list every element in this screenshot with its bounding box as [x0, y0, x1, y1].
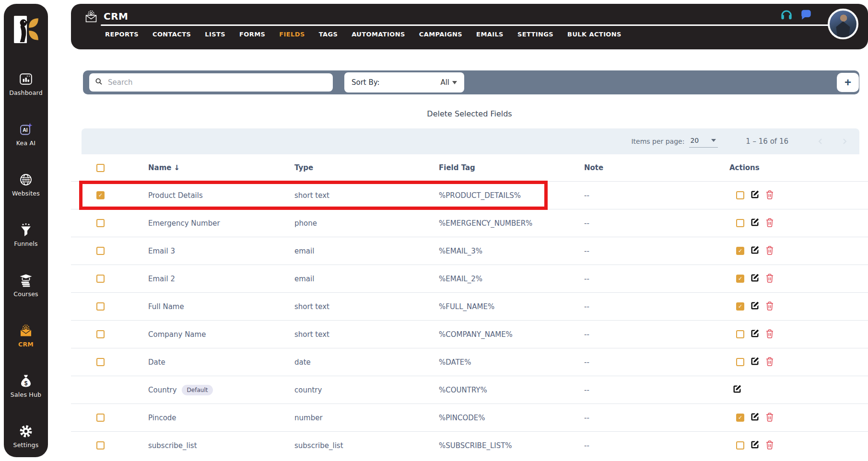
next-page-button[interactable] — [843, 137, 847, 146]
sidebar-item-label: Courses — [13, 290, 38, 298]
column-header-name[interactable]: Name↓ — [148, 163, 294, 172]
row-select-checkbox[interactable] — [96, 441, 105, 449]
delete-button[interactable] — [765, 245, 774, 256]
action-checkbox[interactable] — [736, 247, 744, 255]
delete-selected-fields-button[interactable]: Delete Selected Fields — [71, 109, 868, 118]
field-tag: %EMAIL_2% — [439, 275, 584, 283]
edit-button[interactable] — [750, 329, 760, 340]
previous-page-button[interactable] — [818, 137, 822, 146]
edit-button[interactable] — [750, 412, 760, 423]
edit-icon — [750, 245, 760, 256]
field-tag: %COUNTRY% — [439, 386, 584, 394]
action-checkbox[interactable] — [736, 191, 744, 199]
sidebar-item-sales-hub[interactable]: $Sales Hub — [4, 374, 48, 398]
action-checkbox[interactable] — [736, 275, 744, 283]
toolbar: Sort By: All + — [83, 70, 859, 94]
row-select-checkbox[interactable] — [96, 414, 105, 422]
delete-button[interactable] — [765, 301, 774, 312]
action-checkbox[interactable] — [736, 441, 744, 449]
trash-icon — [765, 329, 774, 340]
top-nav: REPORTSCONTACTSLISTSFORMSFIELDSTAGSAUTOM… — [105, 31, 622, 38]
fields-table: Name↓ Type Field Tag Note Actions Produc… — [71, 154, 868, 459]
tab-fields[interactable]: FIELDS — [279, 31, 305, 38]
sidebar-item-websites[interactable]: wwwWebsites — [4, 173, 48, 197]
sidebar-item-label: Funnels — [14, 240, 37, 247]
field-type: short text — [294, 302, 439, 311]
add-field-button[interactable]: + — [837, 73, 859, 92]
field-note: -- — [584, 414, 729, 422]
edit-button[interactable] — [750, 357, 760, 368]
tab-campaigns[interactable]: CAMPAIGNS — [419, 31, 462, 38]
sidebar-item-funnels[interactable]: Funnels — [4, 223, 48, 247]
pagination-bar: Items per page: 20 1 – 16 of 16 — [82, 128, 859, 154]
tab-lists[interactable]: LISTS — [205, 31, 225, 38]
sidebar-item-crm[interactable]: CRM — [4, 323, 48, 348]
row-select-checkbox[interactable] — [96, 219, 105, 227]
svg-text:www: www — [22, 178, 30, 181]
field-type: country — [294, 386, 439, 394]
tab-forms[interactable]: FORMS — [239, 31, 265, 38]
avatar[interactable] — [828, 9, 858, 39]
tab-contacts[interactable]: CONTACTS — [152, 31, 191, 38]
tab-emails[interactable]: EMAILS — [476, 31, 504, 38]
edit-button[interactable] — [732, 384, 742, 395]
field-name: Country — [148, 386, 177, 394]
field-tag: %DATE% — [439, 358, 584, 367]
chat-icon[interactable] — [800, 9, 812, 21]
edit-button[interactable] — [750, 218, 760, 229]
field-note: -- — [584, 302, 729, 311]
delete-button[interactable] — [765, 190, 774, 201]
crm-envelope-icon — [84, 10, 98, 23]
edit-icon — [750, 440, 760, 451]
sort-by-value: All — [440, 78, 449, 87]
tab-bulk-actions[interactable]: BULK ACTIONS — [567, 31, 622, 38]
kea-logo[interactable] — [12, 15, 40, 44]
sidebar-item-label: Sales Hub — [11, 391, 41, 398]
delete-button[interactable] — [765, 440, 774, 451]
search-input[interactable] — [107, 78, 327, 87]
row-select-checkbox[interactable] — [96, 247, 105, 255]
sidebar-item-kea-ai[interactable]: AIKea AI — [4, 122, 48, 147]
action-checkbox[interactable] — [736, 414, 744, 422]
settings-icon — [19, 424, 33, 438]
tab-settings[interactable]: SETTINGS — [517, 31, 553, 38]
chevron-down-icon — [452, 81, 457, 84]
row-select-checkbox[interactable] — [96, 358, 105, 366]
sidebar-item-dashboard[interactable]: Dashboard — [4, 72, 48, 96]
delete-button[interactable] — [765, 218, 774, 229]
edit-icon — [732, 384, 742, 395]
row-select-checkbox[interactable] — [96, 302, 105, 311]
sidebar-item-settings[interactable]: Settings — [4, 424, 48, 449]
delete-button[interactable] — [765, 357, 774, 368]
action-checkbox[interactable] — [736, 219, 744, 227]
field-tag: %EMERGENCY_NUMBER% — [439, 219, 584, 228]
field-name: Email 3 — [148, 247, 175, 255]
row-select-checkbox[interactable] — [96, 330, 105, 338]
trash-icon — [765, 190, 774, 201]
edit-button[interactable] — [750, 301, 760, 312]
delete-button[interactable] — [765, 412, 774, 423]
row-select-checkbox[interactable] — [96, 275, 105, 283]
tab-automations[interactable]: AUTOMATIONS — [352, 31, 405, 38]
select-all-checkbox[interactable] — [96, 164, 105, 172]
search-icon — [95, 78, 103, 87]
sort-by-dropdown[interactable]: Sort By: All — [344, 72, 464, 92]
tab-reports[interactable]: REPORTS — [105, 31, 139, 38]
edit-button[interactable] — [750, 245, 760, 256]
delete-button[interactable] — [765, 273, 774, 284]
action-checkbox[interactable] — [736, 358, 744, 366]
items-per-page-select[interactable]: 20 — [689, 136, 718, 148]
row-select-checkbox[interactable] — [96, 191, 105, 199]
search-box[interactable] — [89, 73, 333, 92]
delete-button[interactable] — [765, 329, 774, 340]
action-checkbox[interactable] — [736, 302, 744, 311]
sidebar-item-courses[interactable]: Courses — [4, 273, 48, 298]
tab-tags[interactable]: TAGS — [319, 31, 338, 38]
action-checkbox[interactable] — [736, 330, 744, 338]
headphones-icon[interactable] — [780, 8, 793, 21]
edit-button[interactable] — [750, 273, 760, 284]
edit-button[interactable] — [750, 440, 760, 451]
edit-button[interactable] — [750, 190, 760, 201]
table-row-email-2: Email 2email%EMAIL_2%-- — [71, 265, 868, 292]
header-divider — [101, 24, 838, 26]
